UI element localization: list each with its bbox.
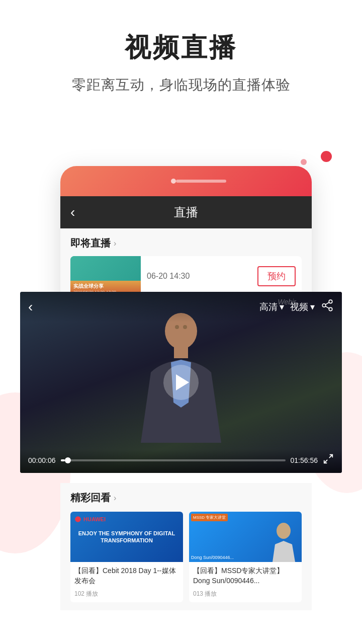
svg-line-9	[329, 455, 332, 458]
highlight-meta-huawei: 102 播放	[70, 590, 183, 602]
video-back-button[interactable]: ‹	[28, 299, 33, 315]
dot-decoration-large	[321, 151, 332, 162]
time-current: 00:00:06	[28, 456, 56, 464]
phone-status-dot	[171, 179, 176, 184]
highlights-label: 精彩回看	[70, 491, 111, 505]
progress-fill	[61, 459, 65, 461]
svg-point-12	[277, 523, 291, 539]
sub-title: 零距离互动，身临现场的直播体验	[0, 75, 362, 95]
mssd-person-name: Dong Sun/0090446...	[191, 555, 234, 560]
svg-point-2	[175, 325, 179, 329]
svg-line-7	[325, 306, 329, 308]
phone-top-bar	[60, 166, 312, 196]
dot-decoration-small	[301, 159, 307, 165]
header-section: 视频直播 零距离互动，身临现场的直播体验	[0, 0, 362, 105]
time-total: 01:56:56	[291, 456, 318, 464]
highlight-thumb-mssd: MSSD 专家大讲堂 Dong Sun/0090446...	[189, 512, 302, 562]
video-top-controls: ‹ 高清 ▾ 视频 ▾	[20, 292, 342, 322]
share-icon[interactable]	[321, 299, 334, 315]
progress-bar-container: 00:00:06 01:56:56	[28, 453, 334, 467]
highlight-meta-mssd: 013 播放	[189, 590, 302, 602]
svg-point-5	[322, 304, 326, 307]
mssd-badge: MSSD 专家大讲堂	[191, 514, 228, 521]
upcoming-arrow[interactable]: ›	[114, 239, 116, 248]
highlight-desc-huawei: 【回看】Cebit 2018 Day 1--媒体发布会	[70, 562, 183, 590]
progress-track[interactable]	[61, 459, 286, 461]
highlights-arrow[interactable]: ›	[114, 494, 116, 503]
huawei-tagline: ENJOY THE SYMPHONY OF DIGITAL TRANSFORMA…	[72, 528, 181, 546]
huawei-logo: HUAWEI	[74, 516, 106, 523]
nav-back-button[interactable]: ‹	[60, 204, 85, 220]
upcoming-date: 06-20 14:30	[147, 272, 251, 281]
highlights-grid: HUAWEI ENJOY THE SYMPHONY OF DIGITAL TRA…	[70, 512, 302, 602]
huawei-logo-text: HUAWEI	[83, 516, 106, 522]
svg-point-6	[329, 307, 332, 311]
book-button[interactable]: 预约	[257, 266, 296, 286]
fullscreen-icon[interactable]	[323, 453, 334, 467]
svg-point-11	[75, 516, 81, 522]
video-bottom-controls: 00:00:06 01:56:56	[20, 449, 342, 473]
video-player[interactable]: Webir... ‹ 高清 ▾ 视频 ▾	[20, 292, 342, 473]
play-button[interactable]	[163, 365, 199, 400]
video-quality-button[interactable]: 高清 ▾	[259, 301, 284, 313]
video-source-button[interactable]: 视频 ▾	[290, 301, 315, 313]
phone-status-line	[176, 180, 226, 183]
upcoming-header: 即将直播 ›	[70, 236, 302, 250]
upcoming-label: 即将直播	[70, 236, 111, 250]
mssd-person	[270, 522, 298, 562]
svg-line-8	[325, 302, 329, 304]
phone-nav-bar: ‹ 直播	[60, 196, 312, 228]
highlight-desc-mssd: 【回看】MSSD专家大讲堂】Dong Sun/0090446...	[189, 562, 302, 590]
highlight-thumb-huawei: HUAWEI ENJOY THE SYMPHONY OF DIGITAL TRA…	[70, 512, 183, 562]
upcoming-thumbnail: 实战全球分享 2019/06/20 13:30-17:30	[70, 256, 141, 296]
highlight-card-huawei[interactable]: HUAWEI ENJOY THE SYMPHONY OF DIGITAL TRA…	[70, 512, 183, 602]
upcoming-thumb-title: 实战全球分享	[73, 283, 138, 290]
upcoming-card[interactable]: 实战全球分享 2019/06/20 13:30-17:30 06-20 14:3…	[70, 256, 302, 296]
svg-point-3	[183, 325, 187, 329]
main-title: 视频直播	[0, 30, 362, 65]
svg-rect-1	[174, 346, 188, 358]
play-icon	[176, 374, 189, 390]
highlights-section: 精彩回看 › HUAWEI ENJOY THE SYMPHONY OF DIGI…	[60, 483, 312, 610]
svg-line-10	[324, 460, 327, 463]
video-top-right-controls: 高清 ▾ 视频 ▾	[259, 299, 334, 315]
video-background: Webir... ‹ 高清 ▾ 视频 ▾	[20, 292, 342, 473]
nav-title: 直播	[174, 204, 198, 220]
highlights-header: 精彩回看 ›	[70, 491, 302, 505]
highlight-card-mssd[interactable]: MSSD 专家大讲堂 Dong Sun/0090446... 【回看】MSSD专…	[189, 512, 302, 602]
upcoming-info: 06-20 14:30	[141, 268, 257, 285]
svg-point-4	[329, 300, 332, 303]
progress-thumb[interactable]	[65, 457, 71, 463]
